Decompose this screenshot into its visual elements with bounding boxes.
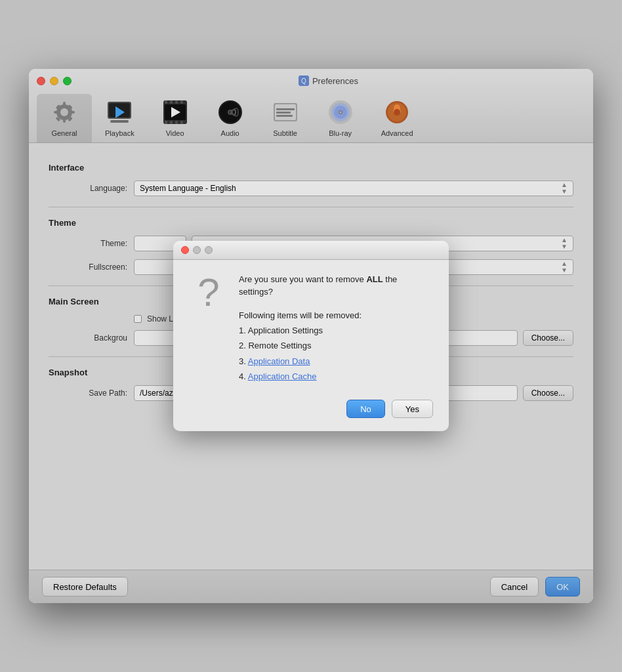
dialog-close-button[interactable] <box>181 246 189 254</box>
dialog-yes-button[interactable]: Yes <box>392 400 433 418</box>
application-data-link[interactable]: Application Data <box>248 356 310 366</box>
dialog-traffic-lights <box>181 246 213 254</box>
main-window: Q Preferences <box>29 69 593 603</box>
dialog-message-pre: Are you sure you want to remove <box>239 274 366 284</box>
dialog-item-1: 1. Application Settings <box>239 323 433 338</box>
dialog-buttons: No Yes <box>173 400 449 431</box>
dialog-title-bar <box>173 241 449 260</box>
application-cache-link[interactable]: Application Cache <box>248 371 317 381</box>
dialog-item-4: 4. Application Cache <box>239 369 433 384</box>
dialog-body: ? Are you sure you want to remove ALL th… <box>173 260 449 400</box>
question-mark-icon: ? <box>189 273 228 312</box>
dialog-item-3: 3. Application Data <box>239 354 433 369</box>
dialog-items-header: Following items will be removed: <box>239 308 433 323</box>
dialog-content: Are you sure you want to remove ALL the … <box>239 273 433 385</box>
dialog-list: Following items will be removed: 1. Appl… <box>239 308 433 385</box>
dialog-overlay: ? Are you sure you want to remove ALL th… <box>29 69 593 603</box>
dialog-message-bold: ALL <box>366 274 383 284</box>
confirm-dialog: ? Are you sure you want to remove ALL th… <box>173 241 449 432</box>
dialog-item-2: 2. Remote Settings <box>239 338 433 353</box>
dialog-message: Are you sure you want to remove ALL the … <box>239 273 433 299</box>
dialog-maximize-button[interactable] <box>205 246 213 254</box>
dialog-no-button[interactable]: No <box>346 400 385 418</box>
dialog-minimize-button[interactable] <box>193 246 201 254</box>
